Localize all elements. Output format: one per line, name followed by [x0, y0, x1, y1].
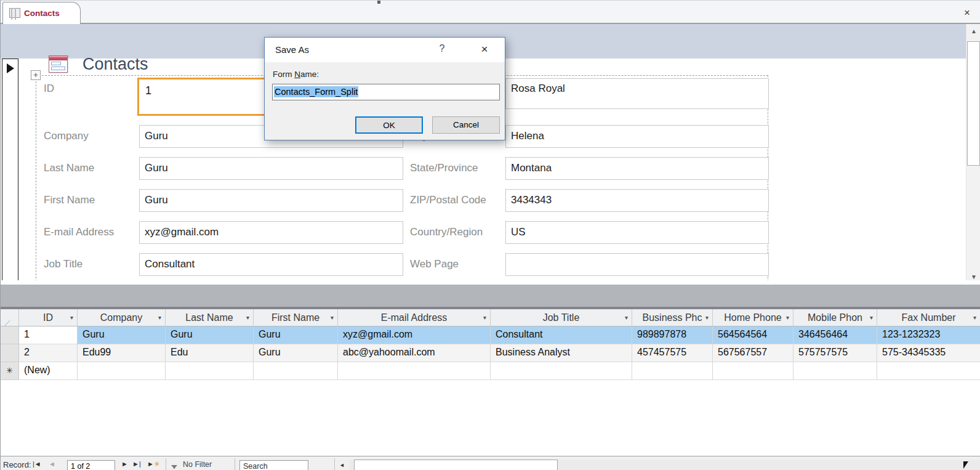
column-header-fax-number[interactable]: Fax Number▾: [877, 309, 980, 326]
divider: [166, 458, 166, 470]
cell[interactable]: [254, 362, 338, 380]
filter-status-button[interactable]: No Filter: [183, 460, 230, 470]
scroll-up-icon[interactable]: ▲: [966, 24, 980, 39]
dialog-close-icon[interactable]: ×: [477, 43, 492, 56]
tab-contacts[interactable]: Contacts: [2, 2, 81, 25]
hscroll-left-icon[interactable]: ◄: [339, 462, 345, 470]
save-as-dialog: Save As ? × Form Name: Contacts_Form_Spl…: [264, 37, 505, 140]
form-clip-strip: [1, 280, 980, 285]
new-record-row: ✳ (New): [1, 362, 980, 380]
cell[interactable]: Business Analyst: [491, 344, 632, 362]
search-input[interactable]: [239, 460, 308, 470]
row-selector[interactable]: [1, 326, 19, 344]
cell[interactable]: Guru: [254, 326, 338, 344]
column-header-home-phone[interactable]: Home Phone▾: [713, 309, 793, 326]
splitter-grip: [377, 1, 380, 4]
job-title-field[interactable]: Consultant: [139, 253, 403, 276]
chevron-down-icon[interactable]: ▾: [786, 309, 789, 326]
column-header-id[interactable]: ID▾: [19, 309, 78, 326]
column-header-email[interactable]: E-mail Address▾: [338, 309, 491, 326]
field-label-email: E-mail Address: [44, 226, 136, 238]
cell[interactable]: 564564564: [713, 326, 793, 344]
new-record-cell[interactable]: (New): [19, 362, 78, 380]
cancel-button[interactable]: Cancel: [432, 116, 500, 134]
form-icon: [9, 8, 20, 18]
last-record-button[interactable]: ►|: [132, 460, 141, 470]
vertical-scrollbar[interactable]: ▲ ▼: [966, 24, 980, 285]
cell[interactable]: 346456464: [793, 326, 877, 344]
cell[interactable]: 123-1232323: [877, 326, 980, 344]
chevron-down-icon[interactable]: ▾: [705, 309, 709, 326]
select-all-cell[interactable]: [1, 309, 19, 326]
cell[interactable]: [793, 362, 877, 380]
new-record-button[interactable]: ►✳: [147, 460, 159, 470]
cell[interactable]: Guru: [166, 326, 254, 344]
chevron-down-icon[interactable]: ▾: [158, 309, 161, 326]
horizontal-scrollbar-thumb[interactable]: [354, 460, 558, 470]
last-name-field[interactable]: Guru: [139, 157, 403, 180]
new-record-marker[interactable]: ✳: [1, 362, 19, 380]
city-field[interactable]: Helena: [505, 125, 769, 148]
cell[interactable]: Guru: [254, 344, 338, 362]
next-record-button[interactable]: ►: [121, 460, 128, 470]
column-header-business-phone[interactable]: Business Phc▾: [632, 309, 713, 326]
cell[interactable]: xyz@gmail.com: [338, 326, 491, 344]
close-icon[interactable]: ×: [960, 6, 974, 20]
cell[interactable]: Guru: [78, 326, 166, 344]
cell[interactable]: abc@yahoomail.com: [338, 344, 491, 362]
column-header-first-name[interactable]: First Name▾: [254, 309, 338, 326]
column-header-mobile-phone[interactable]: Mobile Phon▾: [793, 309, 877, 326]
column-header-job-title[interactable]: Job Title▾: [491, 309, 632, 326]
chevron-down-icon[interactable]: ▾: [331, 309, 334, 326]
chevron-down-icon[interactable]: ▾: [246, 309, 249, 326]
cell[interactable]: 989897878: [632, 326, 713, 344]
cell[interactable]: [338, 362, 491, 380]
cell[interactable]: [877, 362, 980, 380]
chevron-down-icon[interactable]: ▾: [70, 309, 73, 326]
record-count-box[interactable]: [67, 460, 115, 470]
previous-record-button[interactable]: ◄: [49, 460, 55, 470]
dialog-title-bar: Save As ? ×: [265, 38, 505, 62]
column-header-company[interactable]: Company▾: [78, 309, 166, 326]
cell[interactable]: Edu99: [78, 344, 166, 362]
datasheet: ID▾ Company▾ Last Name▾ First Name▾ E-ma…: [1, 309, 980, 456]
cell[interactable]: 567567557: [713, 344, 793, 362]
cell[interactable]: Consultant: [491, 326, 632, 344]
cell[interactable]: [166, 362, 254, 380]
state-field[interactable]: Montana: [505, 157, 769, 180]
chevron-down-icon[interactable]: ▾: [625, 309, 628, 326]
column-header-last-name[interactable]: Last Name▾: [166, 309, 254, 326]
layout-move-handle[interactable]: +: [31, 70, 41, 80]
mouse-cursor: [963, 461, 968, 469]
row-selector[interactable]: [1, 344, 19, 362]
record-selector-bar[interactable]: [2, 59, 18, 285]
web-page-field[interactable]: [505, 253, 769, 276]
page-title: Contacts: [82, 55, 148, 74]
vertical-scrollbar-thumb[interactable]: [967, 41, 980, 166]
zip-field[interactable]: 3434343: [505, 189, 769, 212]
email-field[interactable]: xyz@gmail.com: [139, 221, 403, 244]
chevron-down-icon[interactable]: ▾: [870, 309, 873, 326]
help-icon[interactable]: ?: [436, 43, 448, 54]
first-record-button[interactable]: |◄: [33, 460, 41, 470]
first-name-field[interactable]: Guru: [139, 189, 403, 212]
split-form-divider[interactable]: [1, 285, 980, 307]
cell[interactable]: 457457575: [632, 344, 713, 362]
cell[interactable]: 575757575: [793, 344, 877, 362]
cell[interactable]: [78, 362, 166, 380]
cell[interactable]: 1: [19, 326, 78, 344]
field-label-job-title: Job Title: [44, 258, 136, 270]
cell[interactable]: [713, 362, 793, 380]
cell[interactable]: [491, 362, 632, 380]
form-name-input[interactable]: Contacts_Form_Split: [272, 84, 500, 100]
cell[interactable]: [632, 362, 713, 380]
ok-button[interactable]: OK: [355, 116, 423, 134]
chevron-down-icon[interactable]: ▾: [973, 309, 976, 326]
form-title-icon: [49, 55, 68, 73]
address-field[interactable]: Rosa Royal: [505, 78, 769, 109]
cell[interactable]: 2: [19, 344, 78, 362]
cell[interactable]: 575-34345335: [877, 344, 980, 362]
cell[interactable]: Edu: [166, 344, 254, 362]
chevron-down-icon[interactable]: ▾: [483, 309, 486, 326]
country-field[interactable]: US: [505, 221, 769, 244]
